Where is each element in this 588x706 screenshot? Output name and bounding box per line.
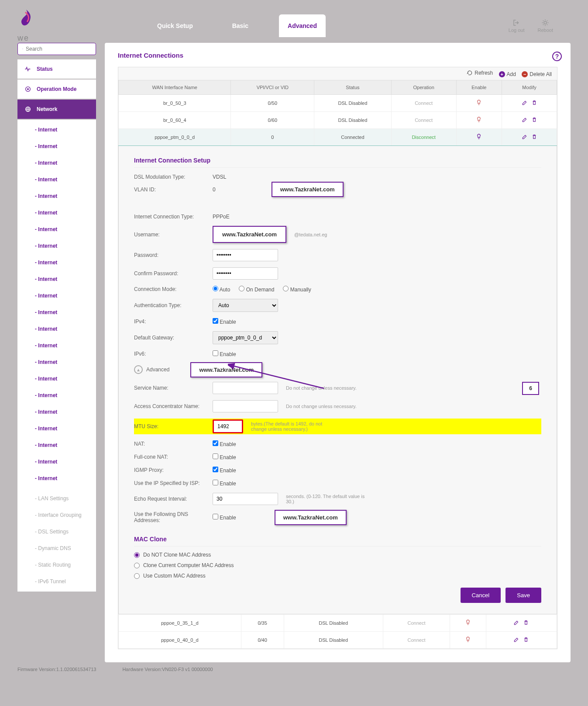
auth-select[interactable]: Auto (213, 299, 278, 312)
submenu-internet[interactable]: - Internet (17, 121, 96, 138)
submenu-internet[interactable]: - Internet (17, 370, 96, 387)
menu-status-label: Status (37, 66, 53, 72)
trash-icon[interactable] (531, 134, 537, 141)
refresh-button[interactable]: Refresh (467, 70, 493, 76)
operation-link[interactable]: Connect (415, 118, 433, 123)
table-row[interactable]: br_0_50_30/50DSL DisabledConnect (119, 95, 557, 112)
submenu-internet[interactable]: - Internet (17, 354, 96, 370)
submenu-internet[interactable]: - Internet (17, 337, 96, 354)
dns-label: Use the Following DNS Addresses: (134, 511, 213, 523)
menu-operation-mode[interactable]: Operation Mode (17, 80, 96, 99)
submenu-internet[interactable]: - Internet (17, 155, 96, 171)
save-button[interactable]: Save (505, 588, 541, 603)
submenu-internet[interactable]: - Internet (17, 321, 96, 337)
mac-opt-2[interactable]: Clone Current Computer MAC Address (134, 562, 541, 568)
reboot-button[interactable]: Reboot (538, 19, 553, 33)
enable-toggle[interactable] (450, 632, 486, 649)
enable-toggle[interactable] (456, 129, 502, 146)
submenu-interface-grouping[interactable]: - Interface Grouping (17, 507, 96, 523)
service-name-label: Service Name: (134, 385, 213, 391)
nat-enable[interactable]: Enable (213, 440, 236, 447)
submenu-internet[interactable]: - Internet (17, 453, 96, 470)
isp-ip-enable[interactable]: Enable (213, 480, 236, 487)
submenu-internet[interactable]: - Internet (17, 254, 96, 271)
search-input[interactable] (26, 46, 91, 52)
tab-basic[interactable]: Basic (224, 14, 257, 37)
add-button[interactable]: + Add (499, 71, 516, 77)
submenu-internet[interactable]: - Internet (17, 204, 96, 221)
submenu-ipv6-tunnel[interactable]: - IPv6 Tunnel (17, 573, 96, 590)
submenu-internet[interactable]: - Internet (17, 470, 96, 487)
table-row[interactable]: pppoe_0_40_0_d0/40DSL DisabledConnect (119, 632, 557, 649)
dns-enable[interactable]: Enable (213, 514, 236, 521)
ac-name-input[interactable] (213, 400, 278, 412)
table-row[interactable]: pppoe_ptm_0_0_d0ConnectedDisconnect (119, 129, 557, 146)
enable-toggle[interactable] (456, 95, 502, 112)
table-row[interactable]: br_0_60_40/60DSL DisabledConnect (119, 112, 557, 129)
operation-link[interactable]: Disconnect (412, 135, 435, 140)
search-box[interactable] (17, 43, 96, 55)
ac-name-label: Access Concentrator Name: (134, 403, 213, 409)
submenu-ddns[interactable]: - Dynamic DNS (17, 540, 96, 557)
submenu-internet[interactable]: - Internet (17, 304, 96, 321)
fullcone-enable[interactable]: Enable (213, 453, 236, 460)
operation-link[interactable]: Connect (415, 100, 433, 106)
operation-link[interactable]: Connect (408, 637, 426, 643)
submenu-internet[interactable]: - Internet (17, 188, 96, 204)
menu-status[interactable]: Status (17, 59, 96, 79)
service-name-input[interactable] (213, 382, 278, 394)
help-icon[interactable]: ? (552, 52, 562, 61)
submenu-internet[interactable]: - Internet (17, 221, 96, 238)
igmp-enable[interactable]: Enable (213, 467, 236, 474)
mac-opt-1[interactable]: Do NOT Clone MAC Address (134, 552, 541, 558)
delete-all-button[interactable]: − Delete All (522, 71, 552, 77)
mac-opt-3[interactable]: Use Custom MAC Address (134, 573, 541, 579)
operation-link[interactable]: Connect (408, 620, 426, 626)
tab-advanced[interactable]: Advanced (279, 14, 326, 37)
submenu-internet[interactable]: - Internet (17, 238, 96, 254)
cancel-button[interactable]: Cancel (461, 588, 501, 603)
menu-network[interactable]: Network (17, 100, 96, 119)
edit-icon[interactable] (522, 117, 528, 124)
trash-icon[interactable] (523, 619, 529, 626)
submenu-internet[interactable]: - Internet (17, 171, 96, 188)
ipv4-enable[interactable]: Enable (213, 318, 236, 325)
enable-toggle[interactable] (456, 112, 502, 129)
setup-title: Internet Connection Setup (134, 157, 541, 168)
advanced-toggle[interactable]: ▲ Advanced www.TazkraNet.com (134, 365, 541, 374)
conn-mode-ondemand[interactable]: On Demand (239, 286, 274, 293)
edit-icon[interactable] (522, 134, 528, 141)
confirm-input[interactable] (213, 267, 278, 280)
submenu-lan[interactable]: - LAN Settings (17, 490, 96, 507)
enable-toggle[interactable] (450, 615, 486, 632)
password-input[interactable] (213, 249, 278, 261)
submenu-internet[interactable]: - Internet (17, 404, 96, 420)
mtu-hint: bytes.(The default is 1492, do not chang… (251, 421, 338, 432)
submenu-static-routing[interactable]: - Static Routing (17, 557, 96, 573)
submenu-internet[interactable]: - Internet (17, 287, 96, 304)
dsl-mod-value: VDSL (213, 174, 226, 180)
table-row[interactable]: pppoe_0_35_1_d0/35DSL DisabledConnect (119, 615, 557, 632)
edit-icon[interactable] (522, 100, 528, 107)
conn-mode-manual[interactable]: Manually (283, 286, 311, 293)
trash-icon[interactable] (523, 637, 529, 644)
mtu-input[interactable] (213, 419, 243, 433)
conn-mode-auto[interactable]: Auto (213, 286, 230, 293)
echo-input[interactable] (213, 493, 278, 505)
edit-icon[interactable] (513, 619, 519, 626)
submenu-dsl[interactable]: - DSL Settings (17, 523, 96, 540)
trash-icon[interactable] (531, 117, 537, 124)
logout-icon (512, 19, 520, 27)
logout-button[interactable]: Log out (509, 19, 525, 33)
tab-quick-setup[interactable]: Quick Setup (148, 14, 202, 37)
submenu-internet[interactable]: - Internet (17, 271, 96, 287)
trash-icon[interactable] (531, 100, 537, 107)
dgw-select[interactable]: pppoe_ptm_0_0_d (213, 331, 278, 344)
submenu-internet[interactable]: - Internet (17, 387, 96, 404)
submenu-internet[interactable]: - Internet (17, 437, 96, 453)
submenu-internet[interactable]: - Internet (17, 420, 96, 437)
submenu-internet[interactable]: - Internet (17, 138, 96, 155)
edit-icon[interactable] (513, 637, 519, 644)
ipv6-enable[interactable]: Enable (213, 350, 236, 357)
conn-mode-label: Connection Mode: (134, 286, 213, 292)
